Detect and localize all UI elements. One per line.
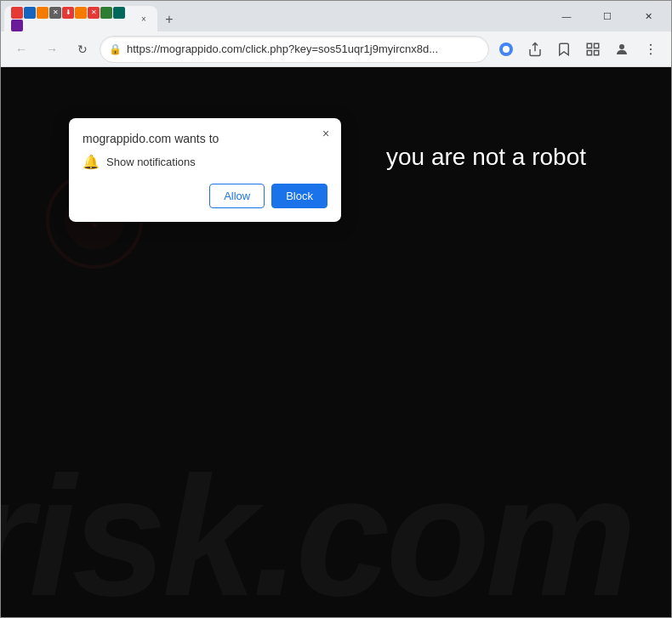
- svg-rect-2: [587, 43, 591, 48]
- favicon-2: [24, 7, 36, 19]
- favicon-7: ✕: [88, 7, 100, 19]
- svg-point-7: [650, 43, 652, 45]
- favicon-6: [75, 7, 87, 19]
- allow-button[interactable]: Allow: [209, 184, 265, 208]
- favicon-3: [37, 7, 48, 19]
- url-text: https://mograppido.com/click.php?key=sos…: [127, 43, 480, 55]
- svg-rect-3: [595, 43, 599, 48]
- tab-close-button[interactable]: ×: [137, 12, 151, 26]
- maximize-button[interactable]: ☐: [588, 3, 627, 30]
- svg-point-6: [619, 44, 624, 49]
- popup-option-text: Show notifications: [106, 156, 196, 168]
- bookmark-button[interactable]: [550, 36, 578, 63]
- favicon-10: [11, 20, 23, 31]
- address-bar[interactable]: 🔒 https://mograppido.com/click.php?key=s…: [100, 36, 489, 63]
- share-button[interactable]: [521, 36, 549, 63]
- tab-bar: ✕ ⬇ ✕ × +: [4, 1, 542, 31]
- tab-favicons: ✕ ⬇ ✕: [11, 7, 130, 31]
- profile-button[interactable]: [608, 36, 635, 63]
- favicon-1: [11, 7, 23, 19]
- svg-point-1: [503, 46, 510, 53]
- title-bar: ✕ ⬇ ✕ × + — ☐ ✕: [1, 1, 671, 31]
- popup-title: mograppido.com wants to: [83, 132, 327, 145]
- popup-option: 🔔 Show notifications: [83, 154, 327, 170]
- browser-window: ✕ ⬇ ✕ × + — ☐ ✕ ← → ↻ 🔒 https://: [0, 0, 672, 618]
- window-controls: — ☐ ✕: [547, 3, 668, 30]
- nav-right-icons: [493, 36, 664, 63]
- favicon-9: [113, 7, 125, 19]
- svg-point-8: [650, 48, 652, 49]
- notification-popup: × mograppido.com wants to 🔔 Show notific…: [69, 118, 341, 222]
- nav-bar: ← → ↻ 🔒 https://mograppido.com/click.php…: [1, 31, 671, 67]
- close-button[interactable]: ✕: [629, 3, 668, 30]
- favicon-4: ✕: [49, 7, 61, 19]
- lock-icon: 🔒: [109, 43, 122, 55]
- refresh-button[interactable]: ↻: [69, 36, 96, 63]
- extensions-button[interactable]: [579, 36, 607, 63]
- svg-rect-5: [587, 50, 591, 54]
- popup-buttons: Allow Block: [83, 184, 327, 208]
- google-button[interactable]: [493, 36, 520, 63]
- bell-icon: 🔔: [83, 154, 100, 170]
- favicon-5: ⬇: [62, 7, 74, 19]
- background-watermark: risk.com: [1, 439, 633, 617]
- menu-button[interactable]: [637, 36, 664, 63]
- block-button[interactable]: Block: [271, 184, 327, 208]
- svg-rect-4: [595, 50, 599, 54]
- forward-button[interactable]: →: [38, 36, 65, 63]
- page-heading: you are not a robot: [386, 144, 586, 171]
- page-content: ! risk.com you are not a robot × mograpp…: [1, 67, 671, 617]
- back-button[interactable]: ←: [8, 36, 35, 63]
- active-tab[interactable]: ✕ ⬇ ✕ ×: [4, 6, 157, 31]
- svg-point-9: [650, 53, 652, 54]
- popup-close-button[interactable]: ×: [317, 125, 334, 142]
- minimize-button[interactable]: —: [547, 3, 586, 30]
- favicon-8: [100, 7, 112, 19]
- new-tab-button[interactable]: +: [157, 8, 181, 31]
